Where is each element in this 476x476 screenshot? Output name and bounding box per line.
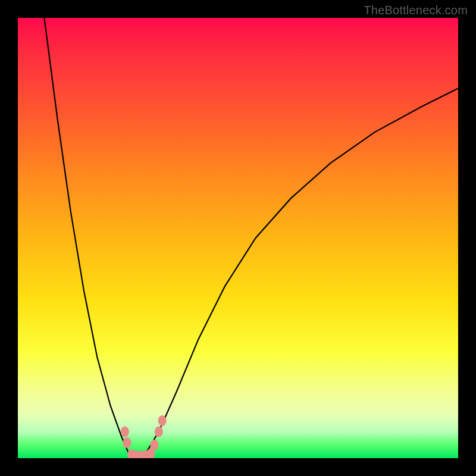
plot-area	[18, 18, 458, 458]
watermark-text: TheBottleneck.com	[364, 4, 468, 17]
chart-frame: TheBottleneck.com	[0, 0, 476, 476]
